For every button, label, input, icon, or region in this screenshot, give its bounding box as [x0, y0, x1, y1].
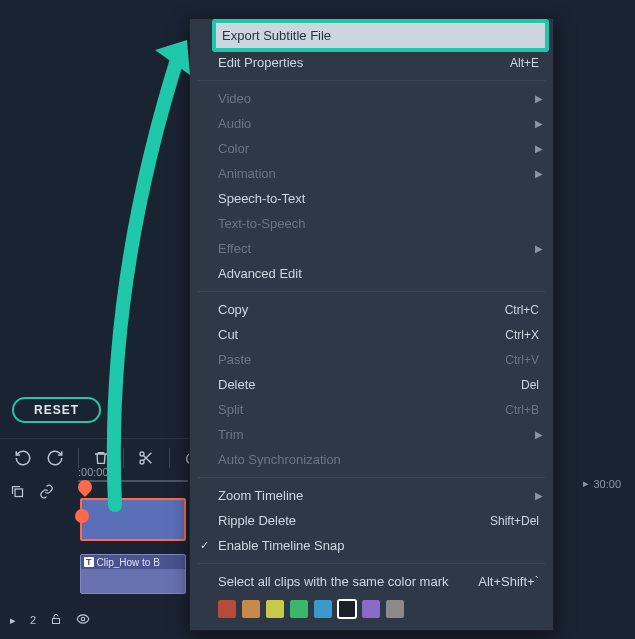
menu-item-advanced-edit[interactable]: Advanced Edit — [190, 261, 553, 286]
color-swatch[interactable] — [386, 600, 404, 618]
menu-shortcut: Ctrl+X — [505, 328, 539, 342]
svg-point-0 — [140, 452, 144, 456]
menu-item-copy[interactable]: CopyCtrl+C — [190, 297, 553, 322]
chevron-right-icon: ▶ — [535, 93, 543, 104]
menu-label: Video — [218, 91, 539, 106]
menu-label: Color — [218, 141, 539, 156]
chevron-right-icon: ▸ — [583, 477, 589, 490]
delete-icon[interactable] — [93, 449, 109, 467]
menu-item-color: Color▶ — [190, 136, 553, 161]
check-icon: ✓ — [200, 539, 209, 552]
time-start: :00:00 — [78, 466, 109, 478]
chevron-right-icon: ▶ — [535, 168, 543, 179]
menu-separator — [198, 291, 545, 292]
chevron-right-icon: ▶ — [535, 243, 543, 254]
redo-icon[interactable] — [46, 449, 64, 467]
svg-point-1 — [140, 460, 144, 464]
color-swatch[interactable] — [218, 600, 236, 618]
split-icon[interactable] — [138, 449, 154, 467]
menu-label: Select all clips with the same color mar… — [218, 574, 448, 589]
menu-label: Advanced Edit — [218, 266, 539, 281]
svg-point-5 — [81, 617, 85, 621]
reset-button[interactable]: RESET — [12, 397, 101, 423]
menu-item-ripple-delete[interactable]: Ripple DeleteShift+Del — [190, 508, 553, 533]
menu-item-color-mark[interactable]: Select all clips with the same color mar… — [190, 569, 553, 594]
menu-item-animation: Animation▶ — [190, 161, 553, 186]
color-swatch[interactable] — [362, 600, 380, 618]
chevron-right-icon: ▶ — [535, 118, 543, 129]
chevron-right-icon: ▶ — [535, 143, 543, 154]
toolbar-divider — [78, 448, 79, 468]
menu-label: Cut — [218, 327, 505, 342]
visibility-icon[interactable] — [76, 612, 90, 628]
menu-item-edit-properties[interactable]: Edit PropertiesAlt+E — [190, 50, 553, 75]
menu-separator — [198, 563, 545, 564]
chevron-right-icon: ▶ — [535, 490, 543, 501]
menu-label: Animation — [218, 166, 539, 181]
context-menu: Export Subtitle FileEdit PropertiesAlt+E… — [189, 18, 554, 631]
menu-item-cut[interactable]: CutCtrl+X — [190, 322, 553, 347]
track-label-icon: ▸ — [10, 614, 16, 627]
clip-label: Clip_How to B — [97, 557, 160, 568]
menu-separator — [198, 80, 545, 81]
clip-handle[interactable] — [75, 509, 89, 523]
menu-label: Trim — [218, 427, 539, 442]
menu-item-split: SplitCtrl+B — [190, 397, 553, 422]
menu-label: Ripple Delete — [218, 513, 490, 528]
menu-item-delete[interactable]: DeleteDel — [190, 372, 553, 397]
color-swatch[interactable] — [314, 600, 332, 618]
menu-label: Effect — [218, 241, 539, 256]
menu-label: Enable Timeline Snap — [218, 538, 539, 553]
audio-clip[interactable] — [80, 498, 186, 541]
menu-separator — [198, 477, 545, 478]
menu-shortcut: Ctrl+B — [505, 403, 539, 417]
color-swatch[interactable] — [266, 600, 284, 618]
color-swatch[interactable] — [290, 600, 308, 618]
menu-label: Export Subtitle File — [222, 28, 535, 43]
menu-item-paste: PasteCtrl+V — [190, 347, 553, 372]
menu-item-trim: Trim▶ — [190, 422, 553, 447]
menu-item-text-to-speech: Text-to-Speech — [190, 211, 553, 236]
menu-shortcut: Alt+E — [510, 56, 539, 70]
color-swatch[interactable] — [242, 600, 260, 618]
color-swatch[interactable] — [338, 600, 356, 618]
menu-shortcut: Ctrl+V — [505, 353, 539, 367]
menu-label: Split — [218, 402, 505, 417]
menu-item-zoom-timeline[interactable]: Zoom Timeline▶ — [190, 483, 553, 508]
menu-item-enable-timeline-snap[interactable]: ✓Enable Timeline Snap — [190, 533, 553, 558]
menu-label: Zoom Timeline — [218, 488, 539, 503]
menu-label: Edit Properties — [218, 55, 510, 70]
svg-rect-3 — [15, 489, 23, 497]
timeline-time-right: ▸ 30:00 — [583, 477, 621, 490]
menu-label: Paste — [218, 352, 505, 367]
toolbar-divider — [169, 448, 170, 468]
text-icon: T — [84, 557, 94, 567]
track-number: 2 — [30, 614, 36, 626]
menu-label: Text-to-Speech — [218, 216, 539, 231]
link-icon[interactable] — [39, 484, 54, 502]
menu-label: Audio — [218, 116, 539, 131]
toolbar-divider — [123, 448, 124, 468]
copy-track-icon[interactable] — [10, 484, 25, 502]
menu-label: Speech-to-Text — [218, 191, 539, 206]
menu-shortcut: Shift+Del — [490, 514, 539, 528]
menu-label: Auto Synchronization — [218, 452, 539, 467]
ruler-line — [78, 480, 188, 482]
menu-item-effect: Effect▶ — [190, 236, 553, 261]
menu-item-video: Video▶ — [190, 86, 553, 111]
color-swatch-row — [190, 594, 553, 624]
track-controls: ▸ 2 — [0, 478, 80, 638]
menu-item-export-subtitle-file[interactable]: Export Subtitle File — [214, 21, 547, 50]
menu-item-audio: Audio▶ — [190, 111, 553, 136]
menu-label: Copy — [218, 302, 505, 317]
chevron-right-icon: ▶ — [535, 429, 543, 440]
menu-label: Delete — [218, 377, 521, 392]
lock-icon[interactable] — [50, 613, 62, 627]
menu-shortcut: Ctrl+C — [505, 303, 539, 317]
menu-item-auto-synchronization: Auto Synchronization — [190, 447, 553, 472]
text-clip[interactable]: T Clip_How to B — [80, 554, 186, 594]
undo-icon[interactable] — [14, 449, 32, 467]
menu-shortcut: Alt+Shift+` — [478, 574, 539, 589]
menu-item-speech-to-text[interactable]: Speech-to-Text — [190, 186, 553, 211]
svg-rect-4 — [53, 619, 60, 624]
